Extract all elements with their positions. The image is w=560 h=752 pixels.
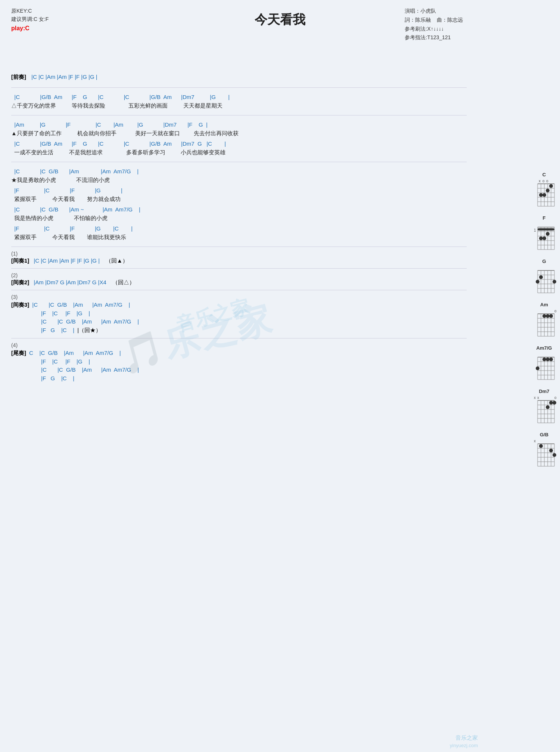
chorus-row3-lyrics: 我是热情的小虎 不怕输的小虎 <box>11 214 467 223</box>
svg-point-64 <box>549 314 553 318</box>
chorus-row3: |C |C G/B |Am ~ |Am Am7/G | 我是热情的小虎 不怕输的… <box>11 205 467 222</box>
svg-point-99 <box>549 401 553 405</box>
chorus-row4-lyrics: 紧握双手 今天看我 谁能比我更快乐 <box>11 233 467 242</box>
outro-row3-chords: |C |C G/B |Am |Am Am7/G | <box>11 366 467 374</box>
verse1-chords: |C |G/B Am |F G |C |C |G/B Am |Dm7 |G | <box>11 93 467 102</box>
svg-text:1: 1 <box>534 228 536 232</box>
svg-point-66 <box>542 314 546 318</box>
verse2-row2-lyrics: 一成不变的生活 不是我想追求 多看多听多学习 小兵也能够变英雄 <box>11 148 467 157</box>
watermark-logo: 音乐之家 <box>455 734 478 742</box>
svg-text:x: x <box>537 396 539 400</box>
verse2-row2-chords: |C |G/B Am |F G |C |C |G/B Am |Dm7 G |C … <box>11 140 467 148</box>
svg-rect-32 <box>538 228 554 230</box>
chord-diagram-F: F 1 <box>532 215 556 252</box>
strum-pattern: 参考刷法:X↑↓↓↓↓ <box>405 25 463 34</box>
suggested-key: 建议男调:C 女:F <box>11 15 49 23</box>
chord-diagram-G: G <box>532 259 556 295</box>
svg-text:o: o <box>554 396 556 400</box>
interlude1-chords: |C |C |Am |Am |F |F |G |G | <box>34 257 100 264</box>
interlude3-row4-chords: |F G |C | <box>41 326 74 335</box>
header-meta: 原KEY:C 建议男调:C 女:F play:C <box>11 7 49 33</box>
interlude2-section: (2) [间奏2] |Am |Dm7 G |Am |Dm7 G |X4 （回△） <box>11 272 467 286</box>
chorus-section: |C |C G/B |Am |Am Am7/G | ★我是勇敢的小虎 不流泪的小… <box>11 167 467 241</box>
interlude2-suffix: （回△） <box>112 279 135 286</box>
chorus-row1-lyrics: ★我是勇敢的小虎 不流泪的小虎 <box>11 176 467 185</box>
chorus-row4: |F |C |F |G |C | 紧握双手 今天看我 谁能比我更快乐 <box>11 225 467 241</box>
interlude3-row3-chords: |C |C G/B |Am |Am Am7/G | <box>11 318 467 326</box>
interlude2-label: [间奏2] <box>11 279 29 286</box>
chorus-row1-chords: |C |C G/B |Am |Am Am7/G | <box>11 167 467 176</box>
chorus-row3-chords: |C |C G/B |Am ~ |Am Am7/G | <box>11 205 467 214</box>
verse2-row2: |C |G/B Am |F G |C |C |G/B Am |Dm7 G |C … <box>11 140 467 157</box>
chord-grid-GB: x <box>532 439 556 468</box>
outro-row1-chords: C |C G/B |Am |Am Am7/G | <box>29 349 121 358</box>
song-title: 今天看我 <box>11 7 549 28</box>
svg-point-35 <box>539 236 543 240</box>
chorus-row2: |F |C |F |G | 紧握双手 今天看我 努力就会成功 <box>11 186 467 203</box>
chorus-row1: |C |C G/B |Am |Am Am7/G | ★我是勇敢的小虎 不流泪的小… <box>11 167 467 184</box>
svg-point-98 <box>553 401 556 405</box>
prelude-section: [前奏] |C |C |Am |Am |F |F |G |G | <box>11 74 467 81</box>
interlude3-section: (3) [间奏3] |C |C G/B |Am |Am Am7/G | |F |… <box>11 294 467 334</box>
verse1-row1: |C |G/B Am |F G |C |C |G/B Am |Dm7 |G | … <box>11 93 467 110</box>
watermark-url: yinyuezj.com <box>450 743 478 748</box>
svg-point-81 <box>542 358 546 361</box>
svg-text:o: o <box>554 309 556 313</box>
svg-point-17 <box>542 193 546 197</box>
interlude1-number: (1) <box>11 251 467 257</box>
chorus-row2-chords: |F |C |F |G | <box>11 186 467 195</box>
outro-row2-chords: |F |C |F |G | <box>11 358 467 366</box>
chord-diagram-C: C x o o <box>532 172 556 208</box>
svg-point-79 <box>549 358 553 361</box>
interlude3-number: (3) <box>11 294 467 300</box>
svg-point-34 <box>542 236 546 240</box>
chord-grid-G <box>532 265 556 295</box>
verse2-row1: |Am |G |F |C |Am |G |Dm7 |F G | ▲只要拼了命的工… <box>11 121 467 137</box>
svg-point-18 <box>539 193 543 197</box>
chord-grid-C: x o o <box>532 179 556 208</box>
lyricist: 詞：陈乐融 <box>405 17 431 23</box>
svg-point-50 <box>536 280 539 284</box>
svg-text:o: o <box>542 179 545 183</box>
artist-info: 演唱：小虎队 詞：陈乐融 曲：陈志远 参考刷法:X↑↓↓↓↓ 参考指法:T123… <box>405 7 463 42</box>
chord-grid-Am7G <box>532 352 556 382</box>
svg-point-114 <box>539 444 543 448</box>
chord-diagram-Am7G: Am7/G <box>532 345 556 382</box>
interlude3-label: [间奏3] <box>11 301 29 309</box>
svg-text:x: x <box>534 396 536 400</box>
page: 原KEY:C 建议男调:C 女:F play:C 今天看我 演唱：小虎队 詞：陈… <box>0 0 560 752</box>
interlude2-number: (2) <box>11 272 467 278</box>
prelude-line: [前奏] |C |C |Am |Am |F |F |G |G | <box>11 74 467 81</box>
interlude3-first-line: [间奏3] |C |C G/B |Am |Am Am7/G | <box>11 301 467 309</box>
main-content: [前奏] |C |C |Am |Am |F |F |G |G | |C |G/B… <box>11 31 467 383</box>
svg-text:o: o <box>546 179 548 183</box>
interlude1-suffix: （回▲） <box>106 257 128 264</box>
composer: 曲：陈志远 <box>437 17 463 23</box>
svg-point-65 <box>546 314 550 318</box>
chord-diagram-Dm7: Dm7 x x o <box>532 389 556 425</box>
outro-row4-chords: |F G |C | <box>11 374 467 383</box>
prelude-chords: |C |C |Am |Am |F |F |G |G | <box>31 74 97 80</box>
interlude1-line: [间奏1] |C |C |Am |Am |F |F |G |G | （回▲） <box>11 257 467 264</box>
svg-point-115 <box>553 453 556 457</box>
svg-point-80 <box>546 358 550 361</box>
interlude3-row2-chords: |F |C |F |G | <box>11 309 467 318</box>
svg-point-48 <box>539 275 543 279</box>
chord-diagrams: C x o o <box>532 172 556 468</box>
artist-label: 演唱：小虎队 <box>405 7 463 16</box>
interlude1-label: [间奏1] <box>11 257 29 264</box>
outro-first-line: [尾奏] C |C G/B |Am |Am Am7/G | <box>11 349 467 358</box>
outro-label: [尾奏] <box>11 350 26 357</box>
verse1-section: |C |G/B Am |F G |C |C |G/B Am |Dm7 |G | … <box>11 93 467 110</box>
prelude-label: [前奏] <box>11 74 26 81</box>
chord-diagram-Am: Am o <box>532 302 556 338</box>
svg-point-100 <box>546 405 550 409</box>
verse1-lyrics: △千变万化的世界 等待我去探险 五彩光鲜的画面 天天都是星期天 <box>11 102 467 110</box>
svg-text:x: x <box>539 179 541 183</box>
verse2-row1-chords: |Am |G |F |C |Am |G |Dm7 |F G | <box>11 121 467 129</box>
interlude3-row1-chords: |C |C G/B |Am |Am Am7/G | <box>32 301 130 309</box>
chord-diagram-GB: G/B x <box>532 432 556 468</box>
verse2-section: |Am |G |F |C |Am |G |Dm7 |F G | ▲只要拼了命的工… <box>11 121 467 157</box>
outro-section: (4) [尾奏] C |C G/B |Am |Am Am7/G | |F |C … <box>11 342 467 383</box>
svg-point-49 <box>553 280 556 284</box>
